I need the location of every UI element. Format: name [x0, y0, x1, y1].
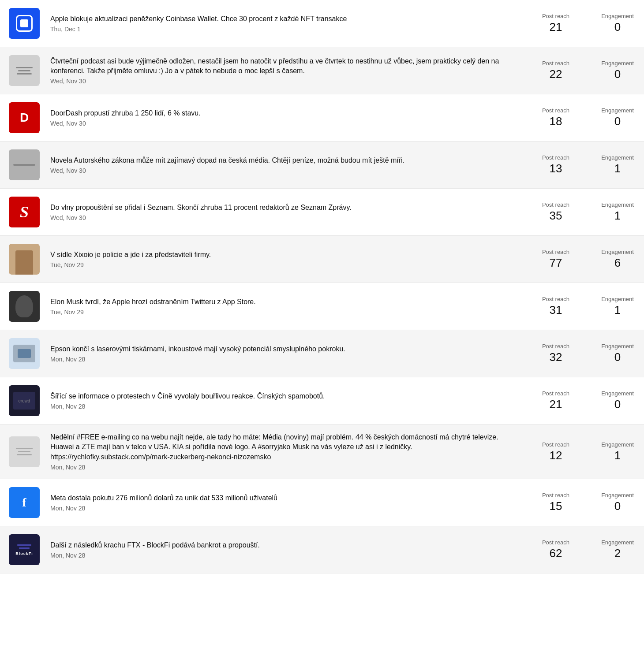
post-reach-block: Post reach 13 — [538, 154, 573, 175]
post-title: Šířící se informace o protestech v Číně … — [50, 391, 520, 401]
post-reach-block: Post reach 12 — [538, 441, 573, 462]
post-item[interactable]: V sídle Xixoio je policie a jde i za pře… — [0, 236, 644, 283]
post-content: Meta dostala pokutu 276 milionů dolarů z… — [50, 493, 520, 512]
post-reach-block: Post reach 18 — [538, 107, 573, 128]
engagement-value: 2 — [600, 547, 635, 560]
engagement-block: Engagement 1 — [600, 201, 635, 223]
reach-value: 62 — [538, 547, 573, 560]
post-thumbnail: BlockFi — [9, 534, 40, 565]
reach-value: 21 — [538, 398, 573, 411]
post-reach-block: Post reach 31 — [538, 296, 573, 317]
reach-value: 35 — [538, 209, 573, 223]
post-stats: Post reach 21 Engagement 0 — [538, 13, 635, 34]
post-date: Tue, Nov 29 — [50, 309, 520, 316]
reach-value: 12 — [538, 449, 573, 462]
post-stats: Post reach 13 Engagement 1 — [538, 154, 635, 175]
engagement-value: 0 — [600, 115, 635, 128]
post-list: Apple blokuje aktualizaci peněženky Coin… — [0, 0, 644, 573]
post-stats: Post reach 12 Engagement 1 — [538, 441, 635, 462]
reach-value: 13 — [538, 162, 573, 175]
engagement-block: Engagement 2 — [600, 539, 635, 560]
reach-label: Post reach — [538, 154, 573, 161]
post-item[interactable]: Apple blokuje aktualizaci peněženky Coin… — [0, 0, 644, 47]
post-item[interactable]: BlockFi Další z následků krachu FTX - Bl… — [0, 526, 644, 573]
engagement-label: Engagement — [600, 154, 635, 161]
post-title: Další z následků krachu FTX - BlockFi po… — [50, 540, 520, 550]
post-date: Wed, Nov 30 — [50, 167, 520, 174]
post-thumbnail — [9, 244, 40, 275]
engagement-value: 0 — [600, 350, 635, 364]
post-date: Mon, Nov 28 — [50, 464, 520, 471]
reach-label: Post reach — [538, 296, 573, 302]
reach-label: Post reach — [538, 390, 573, 397]
engagement-label: Engagement — [600, 60, 635, 67]
post-reach-block: Post reach 15 — [538, 492, 573, 513]
post-stats: Post reach 15 Engagement 0 — [538, 492, 635, 513]
engagement-value: 6 — [600, 256, 635, 270]
post-title: Čtvrteční podcast asi bude výjimečně odl… — [50, 56, 520, 76]
post-title: V sídle Xixoio je policie a jde i za pře… — [50, 250, 520, 260]
post-item[interactable]: Nedělní #FREE e-mailing co na webu najít… — [0, 424, 644, 479]
post-reach-block: Post reach 35 — [538, 201, 573, 223]
post-stats: Post reach 35 Engagement 1 — [538, 201, 635, 223]
engagement-label: Engagement — [600, 539, 635, 546]
post-content: Novela Autorského zákona může mít zajíma… — [50, 156, 520, 174]
post-title: Novela Autorského zákona může mít zajíma… — [50, 156, 520, 165]
post-item[interactable]: Čtvrteční podcast asi bude výjimečně odl… — [0, 47, 644, 94]
engagement-value: 0 — [600, 67, 635, 81]
engagement-block: Engagement 6 — [600, 249, 635, 270]
post-content: Další z následků krachu FTX - BlockFi po… — [50, 540, 520, 559]
post-item[interactable]: crowd Šířící se informace o protestech v… — [0, 377, 644, 424]
engagement-label: Engagement — [600, 492, 635, 499]
engagement-value: 1 — [600, 449, 635, 462]
reach-label: Post reach — [538, 13, 573, 19]
post-thumbnail: crowd — [9, 385, 40, 416]
post-thumbnail — [9, 8, 40, 39]
engagement-label: Engagement — [600, 441, 635, 448]
post-date: Wed, Nov 30 — [50, 78, 520, 85]
post-stats: Post reach 32 Engagement 0 — [538, 343, 635, 364]
post-stats: Post reach 18 Engagement 0 — [538, 107, 635, 128]
engagement-block: Engagement 0 — [600, 13, 635, 34]
post-item[interactable]: Elon Musk tvrdí, že Apple hrozí odstraně… — [0, 283, 644, 330]
post-date: Mon, Nov 28 — [50, 552, 520, 559]
engagement-value: 1 — [600, 303, 635, 317]
engagement-block: Engagement 0 — [600, 343, 635, 364]
reach-value: 15 — [538, 499, 573, 513]
engagement-value: 0 — [600, 20, 635, 34]
post-title: Nedělní #FREE e-mailing co na webu najít… — [50, 432, 520, 462]
reach-value: 32 — [538, 350, 573, 364]
post-content: Epson končí s laserovými tiskárnami, ink… — [50, 344, 520, 363]
reach-label: Post reach — [538, 249, 573, 255]
post-thumbnail: S — [9, 197, 40, 227]
post-item[interactable]: Epson končí s laserovými tiskárnami, ink… — [0, 330, 644, 377]
post-item[interactable]: D DoorDash propustí zhruba 1 250 lidí, 6… — [0, 94, 644, 141]
engagement-label: Engagement — [600, 107, 635, 114]
post-item[interactable]: f Meta dostala pokutu 276 milionů dolarů… — [0, 479, 644, 526]
post-reach-block: Post reach 32 — [538, 343, 573, 364]
post-date: Wed, Nov 30 — [50, 214, 520, 221]
post-stats: Post reach 21 Engagement 0 — [538, 390, 635, 411]
post-reach-block: Post reach 22 — [538, 60, 573, 81]
post-item[interactable]: S Do vlny propouštění se přidal i Seznam… — [0, 189, 644, 236]
reach-label: Post reach — [538, 539, 573, 546]
post-content: Do vlny propouštění se přidal i Seznam. … — [50, 203, 520, 221]
post-content: Nedělní #FREE e-mailing co na webu najít… — [50, 432, 520, 471]
reach-value: 18 — [538, 115, 573, 128]
engagement-value: 1 — [600, 162, 635, 175]
post-content: Elon Musk tvrdí, že Apple hrozí odstraně… — [50, 297, 520, 316]
reach-label: Post reach — [538, 107, 573, 114]
engagement-block: Engagement 1 — [600, 296, 635, 317]
engagement-value: 0 — [600, 499, 635, 513]
post-item[interactable]: Novela Autorského zákona může mít zajíma… — [0, 141, 644, 189]
engagement-label: Engagement — [600, 249, 635, 255]
reach-value: 77 — [538, 256, 573, 270]
post-stats: Post reach 77 Engagement 6 — [538, 249, 635, 270]
engagement-label: Engagement — [600, 13, 635, 19]
reach-label: Post reach — [538, 492, 573, 499]
reach-value: 21 — [538, 20, 573, 34]
post-stats: Post reach 31 Engagement 1 — [538, 296, 635, 317]
post-date: Mon, Nov 28 — [50, 403, 520, 410]
post-content: DoorDash propustí zhruba 1 250 lidí, 6 %… — [50, 108, 520, 127]
post-content: Šířící se informace o protestech v Číně … — [50, 391, 520, 410]
